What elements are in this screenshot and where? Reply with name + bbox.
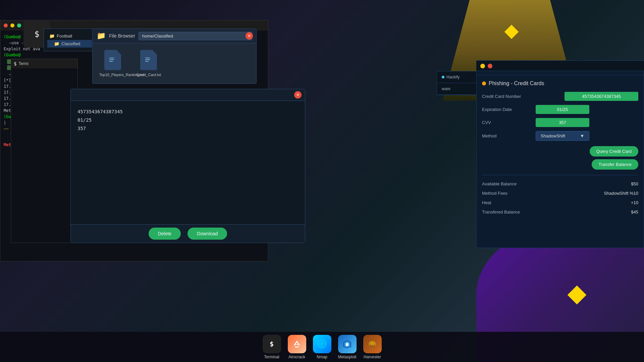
method-dropdown[interactable]: ShadowShift ▼ — [536, 131, 589, 141]
method-row: Method ShadowShift ▼ — [482, 131, 638, 141]
credit-card-row: Credit Card Number 4573543674387345 — [482, 92, 638, 101]
method-fees-label: Method Fees — [482, 191, 507, 196]
hackify-nav-label: Hackify — [446, 75, 460, 79]
phishing-title-text: Phishing - Credit Cards — [489, 80, 544, 86]
taskbar-item-terminal[interactable]: $ Terminal — [263, 335, 281, 359]
download-button[interactable]: Download — [187, 228, 227, 240]
cvv-label: CVV — [482, 120, 536, 125]
terminal2-title: Termi — [18, 61, 28, 66]
transferred-balance-row: Transfered Balance $45 — [482, 207, 638, 217]
file-name-2: Credit_Card.txt — [136, 73, 161, 77]
cvv-row: CVV 357 — [482, 118, 638, 127]
taskbar-terminal-label: Terminal — [264, 355, 279, 359]
file-content-popup: ✕ 4573543674387345 01/25 357 Delete Down… — [70, 89, 305, 243]
terminal2-content — [11, 68, 77, 78]
transferred-balance-label: Transfered Balance — [482, 209, 520, 215]
transferred-balance-value: $45 — [631, 209, 638, 215]
hackify-close-button[interactable] — [488, 64, 492, 68]
taskbar-nmap-icon — [313, 335, 331, 353]
file-icon-1 — [104, 50, 121, 70]
file-browser-close-button[interactable]: ✕ — [246, 32, 253, 40]
folder-icon-football: 📁 — [49, 34, 55, 39]
transfer-balance-button[interactable]: Transfer Balance — [592, 159, 638, 170]
taskbar-item-airocrack[interactable]: Airocrack — [288, 335, 306, 359]
taskbar-metasploit-icon — [338, 335, 357, 353]
folder-icon-classified: 📁 — [54, 41, 59, 46]
expiration-row: Expiration Date 01/25 — [482, 105, 638, 114]
taskbar-terminal-icon: $ — [263, 335, 281, 353]
available-balance-label: Available Balance — [482, 181, 517, 186]
file-icon-2 — [140, 50, 157, 70]
file-item-1[interactable]: Top10_Players_Ranking.txt — [99, 50, 126, 77]
delete-button[interactable]: Delete — [149, 228, 181, 240]
action-buttons: Query Credit Card Transfer Balance — [482, 146, 638, 170]
credit-card-label: Credit Card Number — [482, 94, 536, 99]
file-browser-header: 📁 File Browser home/Classified ✕ — [93, 29, 256, 43]
sidebar-label-classified: Classified — [61, 41, 80, 46]
phishing-title-dot — [482, 81, 486, 85]
file-popup-line-3: 357 — [77, 124, 298, 133]
file-browser-title: File Browser — [109, 33, 135, 39]
heat-value: +10 — [631, 200, 638, 205]
method-fees-row: Method Fees ShadowShift %10 — [482, 189, 638, 198]
taskbar-item-metasploit[interactable]: Metasploit — [338, 335, 357, 359]
method-value: ShadowShift — [541, 133, 565, 138]
taskbar-item-nmap[interactable]: Nmap — [313, 335, 331, 359]
hackify-sidebar: Hackify ware — [437, 71, 477, 95]
terminal-max-dot[interactable] — [17, 23, 21, 27]
taskbar-item-harvester[interactable]: Harvester — [363, 335, 382, 359]
file-browser-window: 📁 File Browser home/Classified ✕ Top10_P… — [92, 28, 257, 84]
expiration-value[interactable]: 01/25 — [536, 105, 589, 114]
file-browser-content: Top10_Players_Ranking.txt Credit_Card.tx… — [93, 43, 256, 83]
hackify-nav-ware: ware — [442, 86, 450, 91]
query-credit-card-button[interactable]: Query Credit Card — [590, 146, 638, 157]
hackify-minimize-button[interactable] — [480, 64, 485, 68]
hackify-nav-item-ware[interactable]: ware — [437, 83, 477, 95]
method-label: Method — [482, 133, 536, 138]
file-popup-header: ✕ — [71, 89, 305, 101]
hackify-nav-dot — [442, 76, 444, 78]
hackify-nav-item-hackify[interactable]: Hackify — [437, 71, 477, 83]
terminal-icon-symbol: $ — [35, 29, 39, 39]
file-popup-line-2: 01/25 — [77, 116, 298, 124]
taskbar-nmap-label: Nmap — [317, 355, 327, 359]
folder-sidebar: 📁 Football 📁 Classified — [44, 28, 96, 51]
expiration-label: Expiration Date — [482, 107, 536, 112]
terminal2-icon: $ — [14, 61, 16, 66]
taskbar-airocrack-icon — [288, 335, 306, 353]
sidebar-label-football: Football — [57, 34, 72, 39]
file-popup-content: 4573543674387345 01/25 357 — [71, 101, 305, 224]
file-item-2[interactable]: Credit_Card.txt — [136, 50, 161, 77]
taskbar: $ Terminal Airocrack Nmap — [0, 332, 644, 362]
cvv-value[interactable]: 357 — [536, 118, 589, 127]
available-balance-value: $50 — [631, 181, 638, 186]
credit-card-value[interactable]: 4573543674387345 — [565, 92, 638, 101]
taskbar-metasploit-label: Metasploit — [338, 355, 357, 359]
taskbar-harvester-icon — [363, 335, 382, 353]
terminal-min-dot[interactable] — [10, 23, 14, 27]
sidebar-item-classified[interactable]: 📁 Classified — [47, 40, 92, 48]
sidebar-item-football[interactable]: 📁 Football — [47, 32, 92, 40]
file-popup-footer: Delete Download — [71, 224, 305, 243]
file-name-1: Top10_Players_Ranking.txt — [99, 73, 126, 77]
hackify-panel: Hackify Phishing - Credit Cards Credit C… — [476, 60, 644, 248]
taskbar-airocrack-label: Airocrack — [288, 355, 305, 359]
terminal2-header: $ Termi — [11, 59, 77, 68]
file-browser-folder-icon: 📁 — [97, 32, 106, 40]
svg-point-8 — [296, 343, 298, 344]
method-dropdown-arrow: ▼ — [580, 133, 584, 138]
file-popup-close-button[interactable]: ✕ — [294, 91, 302, 99]
available-balance-row: Available Balance $50 — [482, 179, 638, 189]
terminal-taskbar-symbol: $ — [270, 340, 274, 348]
terminal-close-dot[interactable] — [4, 23, 8, 27]
phishing-panel: Phishing - Credit Cards Credit Card Numb… — [477, 75, 644, 222]
taskbar-harvester-label: Harvester — [364, 355, 381, 359]
info-grid: Available Balance $50 Method Fees Shadow… — [482, 175, 638, 217]
svg-point-15 — [371, 341, 374, 345]
hackify-window-header — [476, 61, 644, 71]
phishing-panel-title: Phishing - Credit Cards — [482, 80, 638, 86]
heat-label: Heat — [482, 200, 491, 205]
method-fees-value: ShadowShift %10 — [604, 191, 638, 196]
terminal-second-window: $ Termi — [11, 59, 78, 243]
file-browser-path[interactable]: home/Classified — [139, 32, 252, 40]
